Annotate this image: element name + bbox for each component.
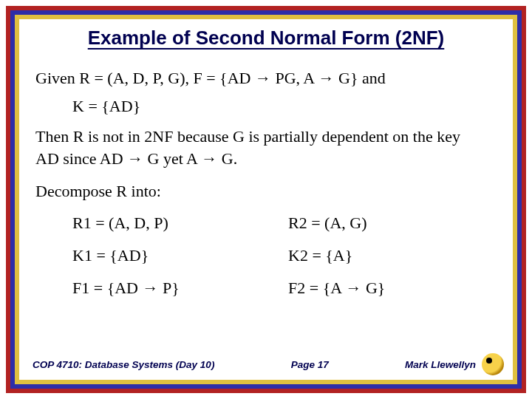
f1: F1 = {AD → P}	[72, 277, 281, 299]
k2: K2 = {A}	[288, 245, 497, 267]
slide-body: Given R = (A, D, P, G), F = {AD → PG, A …	[19, 54, 513, 350]
key-line: K = {AD}	[72, 95, 497, 117]
r2: R2 = (A, G)	[288, 212, 497, 234]
ucf-logo-icon	[482, 353, 504, 375]
footer-author: Mark Llewellyn	[405, 359, 476, 370]
footer-course: COP 4710: Database Systems (Day 10)	[33, 359, 214, 370]
border-mid: Example of Second Normal Form (2NF) Give…	[10, 10, 522, 389]
slide: Example of Second Normal Form (2NF) Give…	[0, 0, 532, 399]
footer-page: Page 17	[291, 359, 329, 370]
slide-title: Example of Second Normal Form (2NF)	[19, 27, 513, 50]
decomposition-grid: R1 = (A, D, P) R2 = (A, G) K1 = {AD} K2 …	[72, 212, 497, 299]
f2: F2 = {A → G}	[288, 277, 497, 299]
k1: K1 = {AD}	[72, 245, 281, 267]
given-line: Given R = (A, D, P, G), F = {AD → PG, A …	[35, 67, 497, 89]
r1: R1 = (A, D, P)	[72, 212, 281, 234]
then-line: Then R is not in 2NF because G is partia…	[35, 126, 479, 169]
border-inner: Example of Second Normal Form (2NF) Give…	[15, 15, 517, 384]
decompose-label: Decompose R into:	[35, 180, 497, 202]
border-outer: Example of Second Normal Form (2NF) Give…	[6, 6, 526, 393]
slide-footer: COP 4710: Database Systems (Day 10) Page…	[19, 350, 513, 380]
